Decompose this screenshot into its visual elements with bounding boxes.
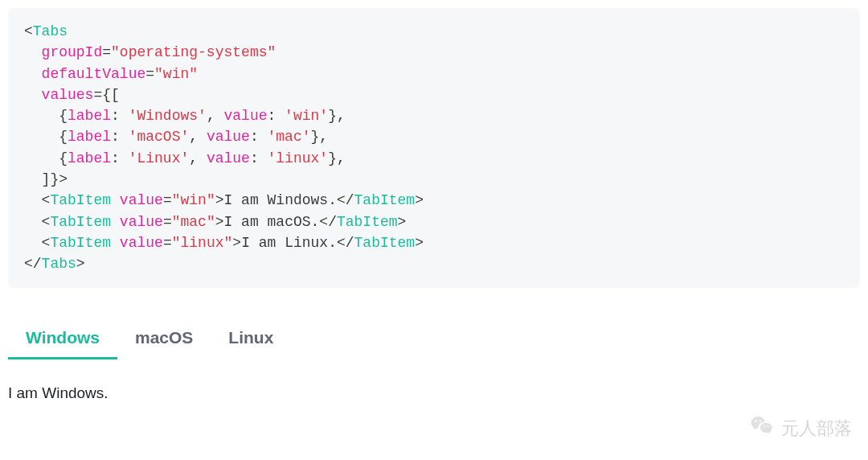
watermark: 元人部落 xyxy=(749,413,852,444)
code-string: "win" xyxy=(154,66,198,82)
watermark-text: 元人部落 xyxy=(781,417,852,441)
code-attr: groupId xyxy=(42,44,103,60)
tab-content: I am Windows. xyxy=(8,360,860,402)
wechat-icon xyxy=(749,413,775,444)
tab-linux[interactable]: Linux xyxy=(211,318,291,359)
tabs-container: Windows macOS Linux I am Windows. xyxy=(8,318,860,402)
tab-label: Linux xyxy=(228,328,273,347)
tab-macos[interactable]: macOS xyxy=(117,318,211,359)
code-attr: defaultValue xyxy=(42,66,146,82)
tab-windows[interactable]: Windows xyxy=(8,318,117,359)
code-block: <Tabs groupId="operating-systems" defaul… xyxy=(8,8,860,288)
tabs-list: Windows macOS Linux xyxy=(8,318,860,360)
code-attr: values xyxy=(42,87,94,103)
tab-label: Windows xyxy=(26,328,100,347)
tab-label: macOS xyxy=(135,328,193,347)
code-tag: Tabs xyxy=(33,23,68,39)
code-string: "operating-systems" xyxy=(111,44,276,60)
